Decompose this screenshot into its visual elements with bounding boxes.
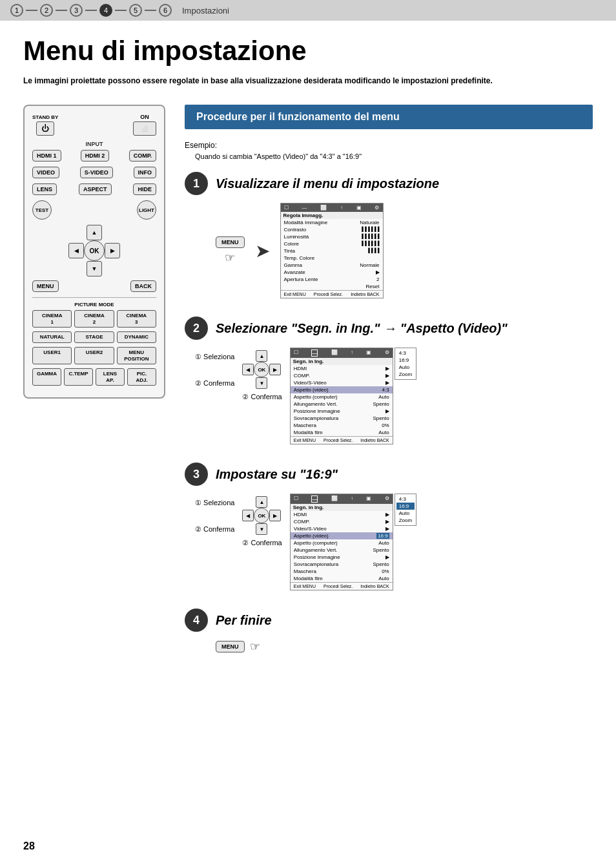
s2-row-posimg: Posizione Immagine▶ <box>291 408 393 415</box>
step-2-dpad-up[interactable]: ▲ <box>256 350 267 362</box>
dpad-up[interactable]: ▲ <box>87 225 102 240</box>
lens-ap-button[interactable]: LENSAP. <box>96 368 125 386</box>
s2-row-aspcomp: Aspetto (computer)Auto <box>291 393 393 401</box>
aspect-button[interactable]: ASPECT <box>79 183 112 195</box>
step-4-menu-button[interactable]: MENU <box>216 641 245 652</box>
on-button[interactable]: ⬜ <box>133 121 156 136</box>
power-button[interactable]: ⏻ <box>36 121 54 136</box>
step-3-dpad-left[interactable]: ◀ <box>242 510 254 521</box>
ms-row-8: Avanzate▶ <box>281 269 383 276</box>
popup3-169: 16:9 <box>396 503 415 510</box>
dpad-left[interactable]: ◀ <box>68 243 84 258</box>
ms-row-4: Colore▐▐▐▐▐▐ <box>281 240 383 247</box>
hdmi2-button[interactable]: HDMI 2 <box>81 150 110 162</box>
dpad-ok[interactable]: OK <box>84 240 105 261</box>
cinema2-button[interactable]: CINEMA2 <box>74 310 114 328</box>
main-content: Menu di impostazione Le immagini proiett… <box>0 21 616 687</box>
procedure-header-text: Procedure per il funzionamento del menu <box>196 111 400 122</box>
step-3-dpad-down[interactable]: ▼ <box>256 523 267 535</box>
popup3-zoom: Zoom <box>396 517 415 524</box>
cinema1-button[interactable]: CINEMA1 <box>32 310 72 328</box>
s3-row-film: Modalità filmAuto <box>291 575 393 582</box>
menu-position-button[interactable]: MENUPOSITION <box>117 347 156 364</box>
step-3-screen-footer: Exit MENUProcedi Selez.Indietro BACK <box>291 582 393 590</box>
cinema3-button[interactable]: CINEMA3 <box>117 310 156 328</box>
step-3-dpad-up[interactable]: ▲ <box>256 496 267 508</box>
step-2-dpad-ok[interactable]: OK <box>254 362 269 377</box>
s3-row-aspcomp: Aspetto (computer)Auto <box>291 539 393 547</box>
step-2-dpad-right[interactable]: ▶ <box>269 364 281 375</box>
svideo-button[interactable]: S-VIDEO <box>80 167 113 178</box>
right-column: Procedure per il funzionamento del menu … <box>185 105 593 672</box>
popup3-auto: Auto <box>396 510 415 517</box>
step-2-dpad-left[interactable]: ◀ <box>242 364 254 375</box>
remote-control-panel: STAND BY ⏻ ON ⬜ INPUT HDMI 1 HDMI 2 COMP… <box>23 105 165 399</box>
step-line-5 <box>145 10 156 11</box>
comp-button[interactable]: COMP. <box>129 150 156 162</box>
step-1-menu-screen: ☐—⬜↑▣⚙ Regola Immagg. Modalità ImmagineN… <box>280 203 384 298</box>
step-4-number: 4 <box>185 609 208 632</box>
popup-169: 16:9 <box>396 357 415 364</box>
step-4-content: MENU ☞ <box>216 640 593 654</box>
step-2-section: 2 Selezionare "Segn. in Ing." → "Aspetto… <box>185 317 593 444</box>
step-1-menu-button[interactable]: MENU <box>216 236 245 248</box>
step-2-menu-screen: ☐—⬜↑▣⚙ Segn. in Ing. HDMI▶ COMP.▶ Video/… <box>290 348 393 444</box>
s3-row-hdmi: HDMI▶ <box>291 511 393 518</box>
step-3-screen-header: ☐—⬜↑▣⚙ <box>291 494 393 504</box>
step-2-confirm-label: ② Conferma <box>242 393 282 401</box>
breadcrumb-bar: 1 2 3 4 5 6 Impostazioni <box>0 0 616 21</box>
test-button[interactable]: TEST <box>32 200 52 220</box>
gamma-button[interactable]: GAMMA <box>32 368 61 386</box>
step-3-dpad-ok[interactable]: OK <box>254 508 269 523</box>
ms-row-1: Modalità ImmagineNaturale <box>281 219 383 226</box>
hide-button[interactable]: HIDE <box>133 183 156 195</box>
breadcrumb-steps: 1 2 3 4 5 6 <box>10 4 172 17</box>
s3-row-allvert: Allungamento Vert.Spento <box>291 547 393 554</box>
step-3-labels: ① Seleziona ② Conferma <box>195 494 234 534</box>
step-3-heading: Impostare su "16:9" <box>216 467 338 482</box>
menu-button[interactable]: MENU <box>32 280 59 292</box>
test-light-row: TEST LIGHT <box>32 200 156 220</box>
stage-button[interactable]: STAGE <box>74 331 114 343</box>
step-3-dpad-right[interactable]: ▶ <box>269 510 281 521</box>
step-3-dpad: ▲ ◀ OK ▶ ▼ <box>242 496 281 535</box>
s2-row-masch: Maschera0% <box>291 422 393 429</box>
step-circle-2: 2 <box>40 4 53 17</box>
ctemp-button[interactable]: C.TEMP <box>64 368 93 386</box>
user2-button[interactable]: USER2 <box>74 347 114 364</box>
back-button[interactable]: BACK <box>130 280 156 292</box>
info-button[interactable]: INFO <box>134 167 157 178</box>
page-description: Le immagini proiettate possono essere re… <box>23 75 553 87</box>
ms-row-reset: Reset <box>281 283 383 290</box>
dpad-right[interactable]: ▶ <box>105 243 120 258</box>
step-circle-1: 1 <box>10 4 23 17</box>
step-line-4 <box>115 10 127 11</box>
video-button[interactable]: VIDEO <box>32 167 59 178</box>
natural-button[interactable]: NATURAL <box>32 331 72 343</box>
step-3-conferma: ② Conferma <box>195 525 234 534</box>
step-3-confirm-label: ② Conferma <box>242 539 282 547</box>
step-circle-4-active: 4 <box>99 4 112 17</box>
step-1-content: MENU ☞ ➤ ☐—⬜↑▣⚙ Regola Immagg. Modalità … <box>216 203 593 298</box>
ms-row-2: Contrasto▐▐▐▐▐▐ <box>281 226 383 233</box>
s2-row-comp: COMP.▶ <box>291 372 393 379</box>
dpad-container: ▲ ◀ OK ▶ ▼ <box>32 225 156 276</box>
s3-row-comp: COMP.▶ <box>291 518 393 525</box>
example-sub: Quando si cambia "Aspetto (Video)" da "4… <box>195 152 593 160</box>
light-button[interactable]: LIGHT <box>137 200 156 220</box>
ms-row-5: Tinta▐▐▐▐ <box>281 247 383 255</box>
lens-button[interactable]: LENS <box>32 183 57 195</box>
dpad-down[interactable]: ▼ <box>87 261 102 276</box>
s2-row-allvert: Allungamento Vert.Spento <box>291 401 393 408</box>
step-1-screen-footer: Exit MENUProcedi Selez.Indietro BACK <box>281 290 383 298</box>
pic-adj-button[interactable]: PIC.ADJ. <box>127 368 156 386</box>
s2-row-aspvideo: Aspetto (video)4:3 <box>291 386 393 393</box>
dynamic-button[interactable]: DYNAMIC <box>117 331 156 343</box>
step-2-dpad-down[interactable]: ▼ <box>256 377 267 389</box>
menu-back-row: MENU BACK <box>32 280 156 292</box>
hdmi1-button[interactable]: HDMI 1 <box>32 150 61 162</box>
step-2-title: 2 Selezionare "Segn. in Ing." → "Aspetto… <box>185 317 593 340</box>
step-3-seleziona: ① Seleziona <box>195 499 234 507</box>
step-2-screen-header: ☐—⬜↑▣⚙ <box>291 348 393 358</box>
user1-button[interactable]: USER1 <box>32 347 72 364</box>
